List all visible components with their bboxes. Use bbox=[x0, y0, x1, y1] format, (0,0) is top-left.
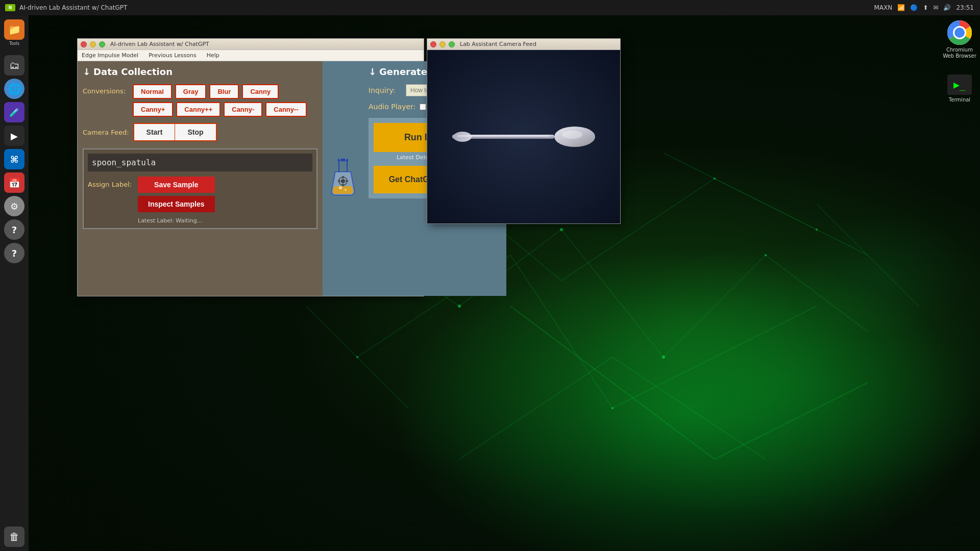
lab-icon: 🧪 bbox=[9, 108, 19, 117]
svg-rect-40 bbox=[346, 181, 348, 182]
generate-lesson-arrow: ↓ bbox=[369, 66, 376, 77]
conv-btn-normal[interactable]: Normal bbox=[133, 84, 172, 99]
taskbar-maxn: MAXN bbox=[874, 4, 893, 11]
menu-help[interactable]: Help bbox=[205, 51, 222, 60]
camera-feed-section: Camera Feed: Start Stop bbox=[83, 123, 317, 141]
sidebar-item-tools[interactable]: 📁 Tools bbox=[4, 19, 24, 40]
data-collection-header: ↓ Data Collection bbox=[83, 66, 317, 77]
sidebar-item-trash[interactable]: 🗑 bbox=[4, 527, 24, 547]
window-menubar: Edge Impulse Model Previous Lessons Help bbox=[78, 50, 424, 61]
window-max-btn[interactable] bbox=[99, 41, 105, 47]
camera-min-btn[interactable] bbox=[439, 41, 446, 47]
svg-rect-32 bbox=[338, 159, 348, 161]
inquiry-label: Inquiry: bbox=[369, 86, 402, 94]
taskbar-mail-icon: ✉ bbox=[933, 4, 938, 11]
svg-rect-39 bbox=[338, 181, 340, 182]
help2-icon: ? bbox=[12, 248, 17, 259]
conversions-label: Conversions: bbox=[83, 84, 129, 95]
conv-btn-blur[interactable]: Blur bbox=[209, 84, 239, 99]
svg-point-34 bbox=[345, 189, 347, 191]
conv-btn-canny-plus[interactable]: Canny+ bbox=[133, 102, 173, 117]
camera-close-btn[interactable] bbox=[430, 41, 436, 47]
audio-checkbox[interactable] bbox=[420, 104, 426, 110]
lab-flask-icon bbox=[328, 158, 358, 199]
camera-label: Camera Feed: bbox=[83, 129, 129, 136]
taskbar-title: AI-driven Lab Assistant w/ ChatGPT bbox=[19, 4, 127, 11]
chromium-label: ChromiumWeb Browser bbox=[943, 47, 976, 59]
assign-label-text: Assign Label: bbox=[88, 177, 134, 188]
taskbar-usb-icon: ⬆ bbox=[923, 4, 928, 11]
conv-btn-canny-minusminus[interactable]: Canny-- bbox=[265, 102, 306, 117]
app-window: AI-driven Lab Assistant w/ ChatGPT Edge … bbox=[77, 38, 424, 296]
conv-btn-gray[interactable]: Gray bbox=[175, 84, 207, 99]
assign-label-row: Assign Label: Save Sample Inspect Sample… bbox=[88, 177, 312, 224]
sidebar-item-terminal[interactable]: ▶ bbox=[4, 126, 24, 146]
taskbar-wifi-icon: 📶 bbox=[897, 4, 905, 11]
conversion-buttons: Normal Gray Blur Canny Canny+ Canny++ Ca… bbox=[133, 84, 317, 117]
terminal-label: Terminal bbox=[949, 97, 970, 103]
svg-rect-44 bbox=[457, 135, 549, 137]
sidebar-item-browser[interactable]: 🌐 bbox=[4, 79, 24, 99]
trash-icon: 🗑 bbox=[9, 531, 19, 543]
camera-titlebar: Lab Assistant Camera Feed bbox=[427, 39, 620, 50]
conv-btn-canny[interactable]: Canny bbox=[242, 84, 279, 99]
menu-edge-impulse[interactable]: Edge Impulse Model bbox=[80, 51, 140, 60]
terminal-icon-right: ▶_ bbox=[947, 74, 972, 95]
conv-btn-canny-plusplus[interactable]: Canny++ bbox=[176, 102, 220, 117]
inspect-samples-btn[interactable]: Inspect Samples bbox=[138, 196, 215, 212]
sidebar-item-calendar[interactable]: 📅 bbox=[4, 172, 24, 193]
window-min-btn[interactable] bbox=[90, 41, 96, 47]
label-input[interactable] bbox=[92, 158, 308, 167]
camera-start-btn[interactable]: Start bbox=[134, 124, 176, 140]
vs-icon: ⌘ bbox=[10, 154, 19, 165]
svg-point-33 bbox=[339, 186, 342, 189]
calendar-icon: 📅 bbox=[9, 178, 20, 188]
camera-max-btn[interactable] bbox=[449, 41, 455, 47]
sidebar-item-help1[interactable]: ? bbox=[4, 219, 24, 240]
sidebar-item-lab[interactable]: 🧪 bbox=[4, 102, 24, 122]
svg-point-36 bbox=[341, 179, 345, 183]
camera-feed-display bbox=[427, 50, 620, 223]
tools-icon: 📁 bbox=[8, 23, 21, 36]
right-sidebar: ChromiumWeb Browser ▶_ Terminal bbox=[939, 15, 980, 103]
sidebar-item-vs[interactable]: ⌘ bbox=[4, 149, 24, 169]
menu-previous-lessons[interactable]: Previous Lessons bbox=[146, 51, 199, 60]
sidebar-item-settings[interactable]: ⚙ bbox=[4, 196, 24, 216]
utensil-image bbox=[447, 116, 600, 157]
nvidia-icon: N bbox=[5, 4, 15, 11]
svg-point-28 bbox=[954, 28, 965, 38]
left-panel: ↓ Data Collection Conversions: Normal Gr… bbox=[78, 61, 323, 296]
svg-point-45 bbox=[562, 131, 582, 139]
save-sample-btn[interactable]: Save Sample bbox=[138, 177, 215, 193]
chromium-launcher[interactable]: ChromiumWeb Browser bbox=[943, 20, 976, 59]
settings-icon: ⚙ bbox=[10, 201, 18, 212]
window-titlebar: AI-driven Lab Assistant w/ ChatGPT bbox=[78, 39, 424, 50]
data-collection-arrow: ↓ bbox=[83, 66, 90, 77]
camera-controls: Start Stop bbox=[133, 123, 217, 141]
assign-label-section: Assign Label: Save Sample Inspect Sample… bbox=[83, 148, 317, 229]
middle-icon-area bbox=[323, 61, 363, 296]
camera-stop-btn[interactable]: Stop bbox=[175, 124, 215, 140]
taskbar-time: 23:51 bbox=[956, 4, 974, 11]
sidebar-tools-label: Tools bbox=[9, 41, 19, 46]
left-sidebar: 📁 Tools 🗂 🌐 🧪 ▶ ⌘ 📅 ⚙ ? ? 🗑 bbox=[0, 15, 29, 551]
taskbar: N AI-driven Lab Assistant w/ ChatGPT MAX… bbox=[0, 0, 980, 15]
data-collection-title: Data Collection bbox=[93, 66, 173, 77]
assign-label-buttons: Save Sample Inspect Samples Latest Label… bbox=[138, 177, 215, 224]
sidebar-item-help2[interactable]: ? bbox=[4, 243, 24, 263]
taskbar-bt-icon: 🔵 bbox=[910, 4, 918, 11]
camera-window: Lab Assistant Camera Feed bbox=[427, 38, 621, 224]
help1-icon: ? bbox=[12, 224, 17, 235]
terminal-launcher[interactable]: ▶_ Terminal bbox=[947, 74, 972, 103]
latest-label-status: Latest Label: Waiting... bbox=[138, 217, 215, 224]
conversions-section: Conversions: Normal Gray Blur Canny Cann… bbox=[83, 84, 317, 117]
conv-btn-canny-minus[interactable]: Canny- bbox=[224, 102, 262, 117]
window-close-btn[interactable] bbox=[81, 41, 87, 47]
terminal-icon: ▶ bbox=[11, 131, 18, 141]
files-icon: 🗂 bbox=[9, 59, 19, 71]
browser-icon: 🌐 bbox=[8, 83, 21, 95]
audio-label: Audio Player: bbox=[369, 103, 415, 111]
svg-rect-37 bbox=[342, 176, 344, 179]
sidebar-item-files[interactable]: 🗂 bbox=[4, 55, 24, 76]
svg-rect-38 bbox=[342, 184, 344, 186]
